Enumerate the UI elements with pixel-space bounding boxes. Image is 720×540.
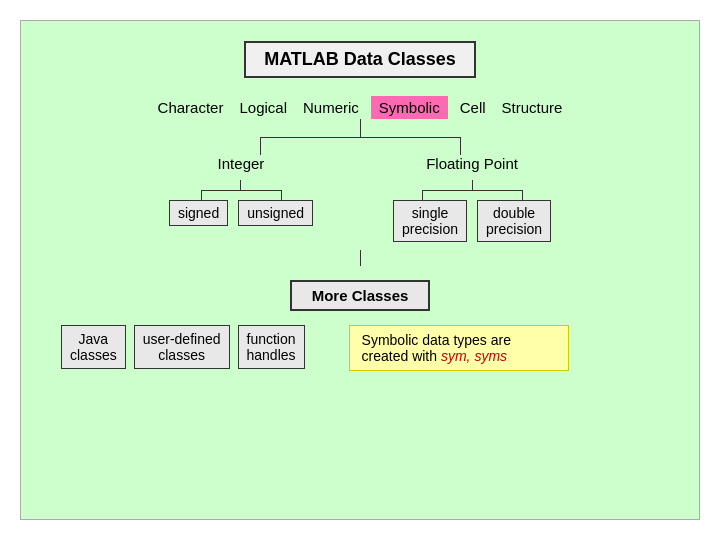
user-defined-classes-item: user-definedclasses (134, 325, 230, 369)
signed-item: signed (169, 200, 228, 226)
single-precision-item: singleprecision (393, 200, 467, 242)
integer-label: Integer (218, 155, 265, 172)
class-numeric: Numeric (299, 97, 363, 118)
class-symbolic: Symbolic (371, 96, 448, 119)
integer-block: Integer signed unsigned (169, 155, 313, 242)
more-classes-box: More Classes (290, 280, 431, 311)
sym-code: sym, syms (441, 348, 507, 364)
class-logical: Logical (235, 97, 291, 118)
fp-label: Floating Point (426, 155, 518, 172)
slide-title: MATLAB Data Classes (244, 41, 476, 78)
slide: MATLAB Data Classes Character Logical Nu… (20, 20, 700, 520)
top-classes-row: Character Logical Numeric Symbolic Cell … (41, 96, 679, 119)
double-precision-item: doubleprecision (477, 200, 551, 242)
java-classes-item: Javaclasses (61, 325, 126, 369)
class-character: Character (154, 97, 228, 118)
symbolic-note: Symbolic data types are created with sym… (349, 325, 569, 371)
function-handles-item: functionhandles (238, 325, 305, 369)
class-structure: Structure (498, 97, 567, 118)
fp-block: Floating Point singleprecision doublepre… (393, 155, 551, 242)
class-cell: Cell (456, 97, 490, 118)
unsigned-item: unsigned (238, 200, 313, 226)
